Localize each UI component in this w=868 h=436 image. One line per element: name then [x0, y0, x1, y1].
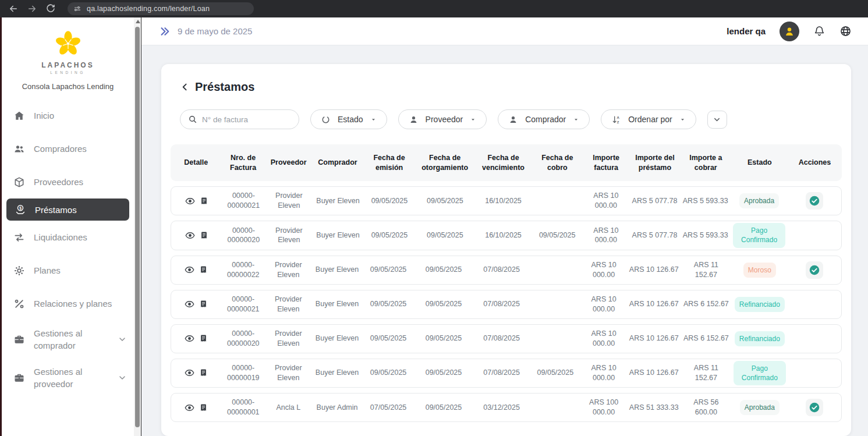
loan-row: 00000-00000022Provider ElevenBuyer Eleve… — [171, 256, 842, 285]
status-badge: Pago Confirmado — [733, 223, 785, 247]
person-icon — [508, 115, 518, 125]
confirm-action-button[interactable] — [806, 192, 823, 210]
column-header-fecha-de-vencimiento: Fecha de vencimiento — [474, 153, 532, 173]
view-detail-eye-icon[interactable] — [185, 368, 194, 378]
browser-forward-icon[interactable] — [27, 3, 37, 14]
sidebar-item-inicio[interactable]: Inicio — [2, 99, 134, 132]
caret-down-icon — [679, 116, 686, 123]
cell-issue-date: 09/05/2025 — [362, 366, 414, 380]
cell-loan-amount: ARS 5 077.78 — [630, 194, 679, 208]
sidebar-item-gestiones-al-proveedor[interactable]: Gestiones al proveedor — [2, 359, 134, 397]
loan-row: 00000-00000021Provider ElevenBuyer Eleve… — [171, 186, 842, 215]
scrollbar-thumb[interactable] — [135, 27, 140, 427]
percent-icon — [13, 298, 25, 310]
invoice-document-icon[interactable] — [199, 368, 208, 377]
sidebar-item-planes[interactable]: Planes — [2, 254, 134, 287]
status-badge: Moroso — [743, 263, 776, 278]
loan-row: 00000-00000019Provider ElevenBuyer Eleve… — [171, 359, 842, 388]
invoice-document-icon[interactable] — [199, 300, 208, 309]
invoice-document-icon[interactable] — [199, 265, 208, 274]
estado-filter-dropdown[interactable]: Estado — [310, 109, 387, 129]
view-detail-eye-icon[interactable] — [185, 196, 195, 206]
lapachos-flower-logo — [54, 30, 82, 57]
ordenar-por-dropdown[interactable]: AZ Ordenar por — [601, 109, 696, 129]
column-header-nro-de-factura: Nro. de Factura — [222, 153, 265, 173]
view-detail-eye-icon[interactable] — [185, 265, 194, 275]
invoice-document-icon[interactable] — [200, 197, 208, 205]
back-chevron-icon[interactable] — [180, 82, 190, 92]
cell-acciones — [788, 397, 841, 418]
sidebar-item-relaciones-y-planes[interactable]: Relaciones y planes — [2, 287, 134, 320]
invoice-document-icon[interactable] — [199, 403, 208, 412]
cell-provider: Provider Eleven — [265, 189, 313, 212]
site-settings-icon[interactable] — [73, 5, 82, 13]
view-detail-eye-icon[interactable] — [185, 334, 194, 343]
collapse-sidebar-icon[interactable] — [159, 26, 171, 37]
cell-receivable-amount: ARS 11 152.67 — [681, 361, 732, 385]
invoice-document-icon[interactable] — [200, 231, 208, 240]
brand-subtitle: LENDING — [50, 70, 85, 75]
proveedor-filter-dropdown[interactable]: Proveedor — [398, 109, 487, 129]
view-detail-eye-icon[interactable] — [185, 231, 195, 240]
browser-back-icon[interactable] — [8, 3, 19, 14]
sidebar-scrollbar — [134, 17, 141, 436]
cell-buyer: Buyer Eleven — [312, 366, 362, 380]
loan-row: 00000-00000020Provider ElevenBuyer Eleve… — [171, 221, 842, 250]
cube-icon — [13, 176, 25, 188]
confirm-action-button[interactable] — [806, 399, 823, 416]
cell-due-date: 16/10/2025 — [474, 229, 533, 242]
cell-issue-date: 09/05/2025 — [362, 332, 414, 345]
sidebar-item-prestamos[interactable]: $Préstamos — [6, 198, 129, 221]
cell-invoice-amount: ARS 10 000.00 — [580, 361, 628, 385]
cell-invoice-amount: ARS 10 000.00 — [580, 327, 628, 350]
cell-invoice-amount: ARS 100 000.00 — [580, 396, 628, 419]
cell-buyer: Buyer Eleven — [313, 194, 363, 208]
cell-loan-amount: ARS 5 077.78 — [630, 229, 679, 242]
status-badge: Refinanciado — [735, 331, 785, 346]
sidebar-item-liquidaciones[interactable]: Liquidaciones — [2, 221, 134, 254]
sidebar-item-gestiones-al-comprador[interactable]: Gestiones al comprador — [2, 320, 134, 359]
notifications-bell-icon[interactable] — [813, 25, 826, 37]
view-detail-eye-icon[interactable] — [185, 299, 194, 309]
cell-detalle — [171, 229, 222, 242]
view-detail-eye-icon[interactable] — [185, 403, 194, 413]
cell-provider: Provider Eleven — [265, 258, 313, 282]
avatar[interactable] — [780, 22, 799, 41]
column-header-acciones: Acciones — [788, 158, 842, 168]
language-globe-icon[interactable] — [839, 25, 852, 37]
cell-issue-date: 09/05/2025 — [362, 297, 414, 311]
brand-name: LAPACHOS — [41, 61, 94, 69]
search-input[interactable] — [202, 115, 284, 124]
cell-estado: Pago Confirmado — [732, 359, 787, 387]
chevron-down-icon — [713, 115, 721, 124]
cell-buyer: Buyer Eleven — [312, 263, 362, 277]
scrollbar-up-arrow-icon[interactable] — [136, 20, 140, 23]
column-header-fecha-de-otorgamiento: Fecha de otorgamiento — [416, 153, 474, 173]
status-circle-icon — [321, 115, 331, 125]
column-header-fecha-de-emision: Fecha de emisión — [363, 153, 416, 173]
cell-receivable-amount: ARS 5 593.33 — [679, 194, 731, 208]
cell-issue-date: 09/05/2025 — [363, 229, 416, 242]
expand-filters-button[interactable] — [707, 111, 727, 129]
comprador-filter-dropdown[interactable]: Comprador — [498, 109, 590, 129]
cell-estado: Pago Confirmado — [731, 221, 787, 249]
invoice-search-field[interactable] — [180, 109, 299, 129]
svg-text:A: A — [617, 115, 620, 119]
cell-issue-date: 07/05/2025 — [362, 401, 414, 414]
column-header-importe-factura: Importe factura — [582, 153, 630, 173]
sidebar-item-label: Relaciones y planes — [34, 299, 112, 309]
browser-reload-icon[interactable] — [45, 3, 56, 14]
cell-buyer: Buyer Eleven — [312, 297, 362, 311]
cell-provider: Ancla L — [265, 401, 313, 414]
cell-receivable-amount: ARS 11 152.67 — [681, 258, 732, 282]
confirm-action-button[interactable] — [806, 261, 823, 279]
sidebar-item-proveedores[interactable]: Proveedores — [2, 165, 134, 198]
cell-acciones — [788, 260, 841, 281]
chevron-down-icon — [118, 335, 127, 344]
address-bar[interactable]: qa.lapachoslending.com/lender/Loan — [68, 2, 254, 15]
invoice-document-icon[interactable] — [199, 334, 208, 343]
sidebar-item-compradores[interactable]: Compradores — [2, 132, 134, 165]
cell-invoice: 00000-00000021 — [222, 293, 265, 316]
cell-detalle — [171, 332, 222, 345]
cell-issue-date: 09/05/2025 — [362, 263, 414, 277]
